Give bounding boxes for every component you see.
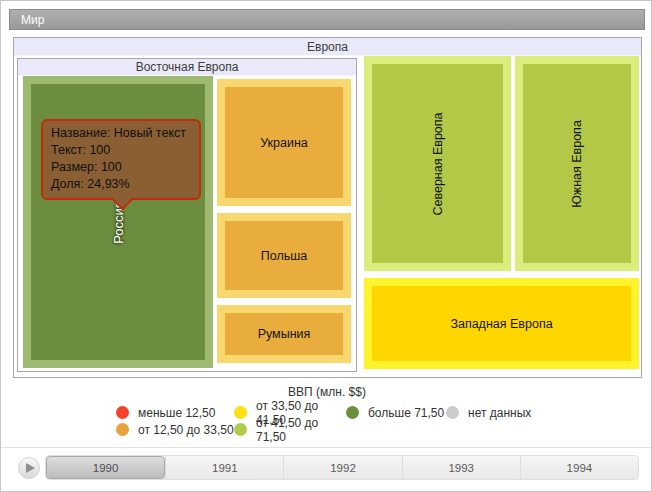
breadcrumb-world-bar[interactable]: Мир	[9, 9, 645, 30]
treemap-tile-western-europe[interactable]: Западная Европа	[364, 278, 639, 369]
legend-item-label: больше 71,50	[368, 406, 444, 420]
tile-label-romania: Румыния	[258, 327, 311, 341]
legend-dot-gray-icon	[446, 406, 459, 419]
legend-item: от 41,50 до 71,50	[234, 421, 346, 438]
legend-grid: меньше 12,50 от 12,50 до 33,50 от 33,50 …	[116, 404, 538, 438]
treemap-tile-poland[interactable]: Польша	[217, 213, 351, 298]
timeline-year-1993[interactable]: 1993	[402, 456, 520, 479]
legend: ВВП (млн. $$) меньше 12,50 от 12,50 до 3…	[1, 385, 652, 438]
timeline-panel: 1990 1991 1992 1993 1994	[1, 447, 652, 492]
legend-item: меньше 12,50	[116, 404, 234, 421]
legend-item: больше 71,50	[346, 404, 446, 421]
legend-item: от 12,50 до 33,50	[116, 421, 234, 438]
legend-dot-yellow-icon	[234, 406, 247, 419]
timeline-year-1992[interactable]: 1992	[283, 456, 401, 479]
app-window: Мир Европа Восточная Европа Россия Украи…	[0, 0, 652, 492]
legend-dot-darkgreen-icon	[346, 406, 359, 419]
tooltip-text-line: Текст: 100	[51, 142, 191, 159]
tooltip-russia: Название: Новый текст Текст: 100 Размер:…	[41, 119, 201, 200]
treemap-tile-southern-europe[interactable]: Южная Европа	[515, 56, 639, 271]
eastern-europe-group-header[interactable]: Восточная Европа	[18, 59, 356, 76]
legend-dot-orange-icon	[116, 423, 129, 436]
timeline-year-1991[interactable]: 1991	[165, 456, 283, 479]
timeline-track: 1990 1991 1992 1993 1994	[45, 455, 639, 480]
tooltip-name-line: Название: Новый текст	[51, 125, 191, 142]
legend-dot-red-icon	[116, 406, 129, 419]
tile-label-ukraine: Украина	[260, 136, 308, 150]
eastern-europe-group-label: Восточная Европа	[136, 60, 239, 74]
legend-item-label: от 12,50 до 33,50	[138, 423, 234, 437]
timeline-year-1990[interactable]: 1990	[46, 456, 165, 479]
play-button[interactable]	[18, 457, 40, 479]
play-icon	[26, 463, 35, 473]
tooltip-size-line: Размер: 100	[51, 159, 191, 176]
legend-dot-lightgreen-icon	[234, 423, 247, 436]
tile-label-southern-europe: Южная Европа	[570, 120, 584, 208]
world-bar-label: Мир	[21, 13, 44, 27]
legend-item-label: от 41,50 до 71,50	[256, 416, 346, 444]
europe-group-header[interactable]: Европа	[14, 38, 641, 56]
timeline-year-1994[interactable]: 1994	[520, 456, 638, 479]
treemap-tile-northern-europe[interactable]: Северная Европа	[364, 56, 511, 271]
treemap-tile-romania[interactable]: Румыния	[217, 305, 351, 363]
europe-group-label: Европа	[307, 40, 348, 54]
legend-item-label: нет данных	[468, 406, 531, 420]
tile-label-western-europe: Западная Европа	[450, 317, 552, 331]
legend-item: нет данных	[446, 404, 538, 421]
treemap-tile-ukraine[interactable]: Украина	[217, 79, 351, 206]
tile-label-poland: Польша	[261, 249, 307, 263]
legend-item-label: меньше 12,50	[138, 406, 215, 420]
tile-label-northern-europe: Северная Европа	[431, 112, 445, 215]
